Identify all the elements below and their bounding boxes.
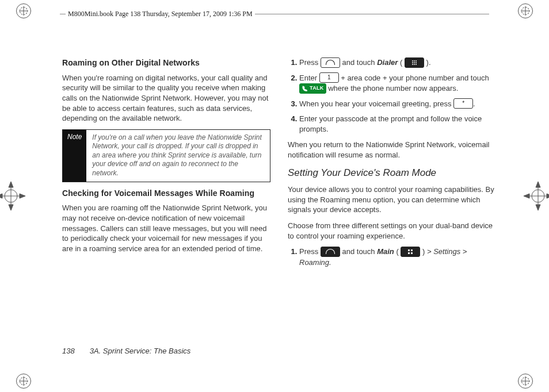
step-text: ).: [426, 58, 431, 67]
star-key-icon: *: [453, 98, 473, 109]
main-label: Main: [377, 247, 394, 256]
column-right: Press and touch Dialer ( ). Enter 1 + ar…: [288, 57, 496, 273]
step-text: (: [396, 247, 398, 256]
svg-point-13: [414, 64, 415, 65]
trim-mark-icon: [523, 180, 549, 212]
svg-point-7: [414, 60, 415, 62]
step-text: Press: [299, 58, 321, 67]
dialer-icon: [405, 57, 424, 68]
list-item: Press and touch Dialer ( ).: [299, 57, 496, 68]
step-text: .: [473, 99, 475, 108]
step-text: Enter your passcode at the prompt and fo…: [299, 114, 482, 133]
paragraph: When you are roaming off the Nationwide …: [62, 203, 270, 253]
heading-roaming-other-networks: Roaming on Other Digital Networks: [62, 57, 270, 68]
svg-point-12: [412, 64, 413, 65]
column-left: Roaming on Other Digital Networks When y…: [62, 57, 270, 273]
note-badge: Note: [63, 130, 86, 182]
registration-mark-icon: [518, 374, 533, 389]
svg-point-6: [412, 60, 413, 62]
dialer-label: Dialer: [377, 58, 398, 67]
roam-mode-steps: Press and touch Main ( ) > Settings > Ro…: [288, 247, 496, 267]
one-key-icon: 1: [319, 72, 339, 83]
step-text: Press: [299, 247, 321, 256]
talk-key-icon: TALK: [299, 83, 326, 94]
registration-mark-icon: [518, 3, 533, 18]
paragraph: Choose from three different settings on …: [288, 221, 496, 241]
heading-roam-mode: Setting Your Device's Roam Mode: [288, 167, 496, 180]
step-text: (: [400, 58, 402, 67]
heading-checking-voicemail: Checking for Voicemail Messages While Ro…: [62, 188, 270, 199]
registration-mark-icon: [16, 374, 31, 389]
svg-point-14: [415, 64, 417, 65]
list-item: Enter your passcode at the prompt and fo…: [299, 114, 496, 134]
paragraph: Your device allows you to control your r…: [288, 185, 496, 215]
step-text: and touch: [342, 58, 377, 67]
step-text: where the phone number now appears.: [328, 84, 458, 93]
list-item: Press and touch Main ( ) > Settings > Ro…: [299, 247, 496, 267]
trim-mark-icon: [0, 180, 26, 212]
svg-rect-16: [411, 249, 413, 251]
page-content: Roaming on Other Digital Networks When y…: [62, 57, 496, 273]
step-text: Enter: [299, 74, 319, 82]
page-number: 138: [62, 346, 75, 356]
voicemail-steps: Press and touch Dialer ( ). Enter 1 + ar…: [288, 57, 496, 134]
step-text: When you hear your voicemail greeting, p…: [299, 99, 453, 108]
paragraph: When you return to the Nationwide Sprint…: [288, 140, 496, 160]
paragraph: When you're roaming on digital networks,…: [62, 73, 270, 124]
note-box: Note If you're on a call when you leave …: [62, 129, 270, 182]
step-text: + area code + your phone number and touc…: [341, 74, 489, 82]
svg-point-9: [412, 62, 413, 63]
registration-mark-icon: [16, 3, 31, 18]
svg-point-8: [415, 60, 417, 62]
svg-point-11: [415, 62, 417, 63]
footer-title: 3A. Sprint Service: The Basics: [90, 346, 191, 356]
step-text: ): [422, 247, 427, 256]
svg-point-10: [414, 62, 415, 63]
svg-rect-18: [411, 252, 413, 254]
svg-rect-15: [408, 249, 410, 251]
step-text: and touch: [342, 247, 377, 256]
page-footer: 138 3A. Sprint Service: The Basics: [62, 346, 190, 356]
note-body: If you're on a call when you leave the N…: [86, 130, 270, 182]
list-item: Enter 1 + area code + your phone number …: [299, 73, 496, 94]
list-item: When you hear your voicemail greeting, p…: [299, 99, 496, 110]
svg-rect-17: [408, 252, 410, 254]
main-menu-icon: [401, 247, 420, 257]
home-key-icon: [321, 57, 340, 68]
home-key-icon: [321, 247, 340, 257]
header-meta: M800Mini.book Page 138 Thursday, Septemb…: [66, 9, 255, 18]
